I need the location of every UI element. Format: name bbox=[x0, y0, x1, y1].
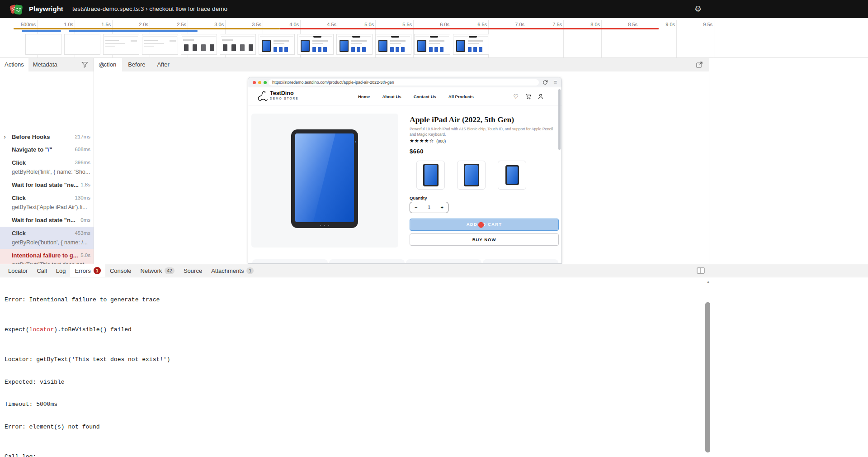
tab-before[interactable]: Before bbox=[122, 58, 151, 71]
error-title: Error: Intentional failure to generate t… bbox=[5, 296, 692, 304]
chevron-right-icon: › bbox=[4, 133, 6, 140]
timeline-bar-passed bbox=[14, 28, 280, 29]
filmstrip-thumbnail[interactable] bbox=[142, 34, 178, 55]
timeline-tick: 8.5s bbox=[639, 20, 639, 57]
pick-locator-target-icon[interactable]: ◎ bbox=[99, 58, 104, 71]
quantity-stepper[interactable]: − 1 + bbox=[410, 202, 448, 213]
timeline[interactable]: 500ms 1.0s 1.5s 2.0s 2.5s 3.0s 3.5s 4.0s… bbox=[0, 18, 868, 58]
network-count-badge: 42 bbox=[165, 267, 175, 274]
product-image-panel bbox=[251, 114, 398, 248]
tab-metadata[interactable]: Metadata bbox=[28, 58, 62, 71]
playwright-logo-icon bbox=[9, 3, 24, 15]
filmstrip-thumbnail[interactable] bbox=[453, 34, 489, 55]
buy-now-button[interactable]: BUY NOW bbox=[410, 233, 559, 246]
quantity-decrement-button[interactable]: − bbox=[415, 202, 417, 213]
nav-home[interactable]: Home bbox=[358, 94, 370, 99]
nav-all-products[interactable]: All Products bbox=[448, 94, 474, 99]
product-thumbnail[interactable] bbox=[498, 161, 526, 190]
error-detail-line: Expected: visible bbox=[5, 379, 692, 386]
filmstrip-thumbnail[interactable] bbox=[414, 34, 450, 55]
traffic-light-close-icon bbox=[253, 81, 256, 84]
filmstrip-thumbnail[interactable] bbox=[336, 34, 373, 55]
tab-errors[interactable]: Errors1 bbox=[70, 264, 105, 277]
tab-actions[interactable]: Actions bbox=[0, 58, 28, 71]
action-row-navigate[interactable]: Navigate to "/" 608ms bbox=[0, 143, 94, 156]
tab-log[interactable]: Log bbox=[52, 264, 71, 277]
quantity-value: 1 bbox=[428, 202, 430, 213]
snapshot-page-scrollbar[interactable] bbox=[558, 89, 561, 150]
snapshot-tab-strip: ◎ ActionBeforeAfter bbox=[94, 58, 709, 71]
filmstrip-thumbnail[interactable] bbox=[297, 34, 334, 55]
pane-divider bbox=[709, 58, 709, 264]
nav-contact-us[interactable]: Contact Us bbox=[414, 94, 436, 99]
tab-locator[interactable]: Locator bbox=[4, 264, 32, 277]
related-product-card bbox=[406, 259, 481, 264]
review-count: (800) bbox=[436, 139, 446, 143]
store-header-icons: ♡ bbox=[513, 87, 543, 105]
quantity-label: Quantity bbox=[410, 195, 427, 200]
open-external-icon[interactable] bbox=[696, 62, 703, 68]
store-nav: Home About Us Contact Us All Products bbox=[358, 87, 474, 105]
testdino-logo-icon bbox=[256, 90, 269, 103]
product-price: $660 bbox=[410, 148, 424, 155]
settings-gear-icon[interactable]: ⚙ bbox=[694, 0, 702, 18]
attachments-count-badge: 1 bbox=[246, 267, 254, 274]
action-row-click[interactable]: Click130ms getByText('Apple iPad Air').f… bbox=[0, 191, 94, 214]
scroll-up-icon[interactable]: ▲ bbox=[706, 280, 710, 284]
action-row-failed-step[interactable]: Intentional failure to g...5.0s getByTex… bbox=[0, 249, 94, 264]
tab-source[interactable]: Source bbox=[179, 264, 207, 277]
filter-icon[interactable] bbox=[81, 62, 88, 68]
product-title: Apple iPad Air (2022, 5th Gen) bbox=[410, 115, 514, 124]
filmstrip-thumbnail[interactable] bbox=[375, 34, 411, 55]
star-empty: ☆ bbox=[429, 138, 434, 143]
filmstrip-thumbnail[interactable] bbox=[181, 34, 217, 55]
error-expect-line: expect(locator).toBeVisible() failed bbox=[5, 326, 692, 334]
action-row-before-hooks[interactable]: › Before Hooks217ms bbox=[0, 130, 94, 143]
account-person-icon[interactable] bbox=[538, 94, 543, 100]
app-name: Playwright bbox=[29, 0, 63, 18]
tab-call[interactable]: Call bbox=[32, 264, 51, 277]
product-description: Powerful 10.9-inch iPad with A15 Bionic … bbox=[410, 126, 553, 137]
filmstrip-thumbnail[interactable] bbox=[64, 34, 100, 55]
store-brand-subtitle: DEMO STORE bbox=[270, 97, 299, 100]
timeline-tick: 8.0s bbox=[601, 20, 602, 57]
traffic-light-minimize-icon bbox=[258, 81, 261, 84]
page-url: https://storedemo.testdino.com/product/a… bbox=[269, 79, 539, 86]
reload-icon bbox=[542, 80, 548, 85]
action-row-click-selected[interactable]: Click453ms getByRole('button', { name: /… bbox=[0, 227, 94, 249]
add-to-cart-button[interactable]: ADD TO CART bbox=[410, 219, 559, 231]
browser-menu-icon: ≡ bbox=[553, 77, 557, 87]
filmstrip-thumbnail[interactable] bbox=[259, 34, 295, 55]
vertical-scrollbar-thumb[interactable] bbox=[705, 302, 710, 452]
related-product-card bbox=[483, 259, 558, 264]
product-thumbnail[interactable] bbox=[416, 161, 445, 190]
locator-token: locator bbox=[29, 326, 54, 333]
filmstrip-thumbnail[interactable] bbox=[25, 34, 61, 55]
filmstrip-thumbnail[interactable] bbox=[103, 34, 139, 55]
toggle-layout-icon[interactable] bbox=[697, 267, 705, 274]
error-detail-line: Error: element(s) not found bbox=[5, 424, 692, 431]
cart-icon[interactable] bbox=[525, 94, 531, 100]
action-row-wait-load-state[interactable]: Wait for load state "n...0ms bbox=[0, 214, 94, 227]
tab-after[interactable]: After bbox=[151, 58, 175, 71]
quantity-increment-button[interactable]: + bbox=[441, 202, 443, 213]
action-row-wait-load-state[interactable]: Wait for load state "ne...1.8s bbox=[0, 178, 94, 191]
error-detail-line: Locator: getByText('This text does not e… bbox=[5, 356, 692, 364]
traffic-light-maximize-icon bbox=[264, 81, 267, 84]
filmstrip-thumbnail[interactable] bbox=[220, 34, 256, 55]
tab-attachments[interactable]: Attachments1 bbox=[207, 264, 258, 277]
timeline-tick: 7.5s bbox=[563, 20, 564, 57]
action-row-click[interactable]: Click396ms getByRole('link', { name: 'Sh… bbox=[0, 156, 94, 178]
product-thumbnail[interactable] bbox=[457, 161, 486, 190]
wishlist-heart-icon[interactable]: ♡ bbox=[513, 93, 519, 100]
store-brand[interactable]: TestDino bbox=[270, 90, 294, 96]
timeline-bar-network bbox=[69, 30, 198, 32]
tab-console[interactable]: Console bbox=[105, 264, 136, 277]
title-bar: Playwright tests\trace-demo.spec.ts:3 › … bbox=[0, 0, 868, 18]
errors-count-badge: 1 bbox=[94, 267, 101, 274]
test-title: tests\trace-demo.spec.ts:3 › checkout fl… bbox=[72, 0, 227, 18]
tab-network[interactable]: Network42 bbox=[136, 264, 179, 277]
stars-filled: ★★★★ bbox=[410, 138, 429, 143]
nav-about-us[interactable]: About Us bbox=[382, 94, 401, 99]
error-panel: Error: Intentional failure to generate t… bbox=[5, 277, 692, 457]
